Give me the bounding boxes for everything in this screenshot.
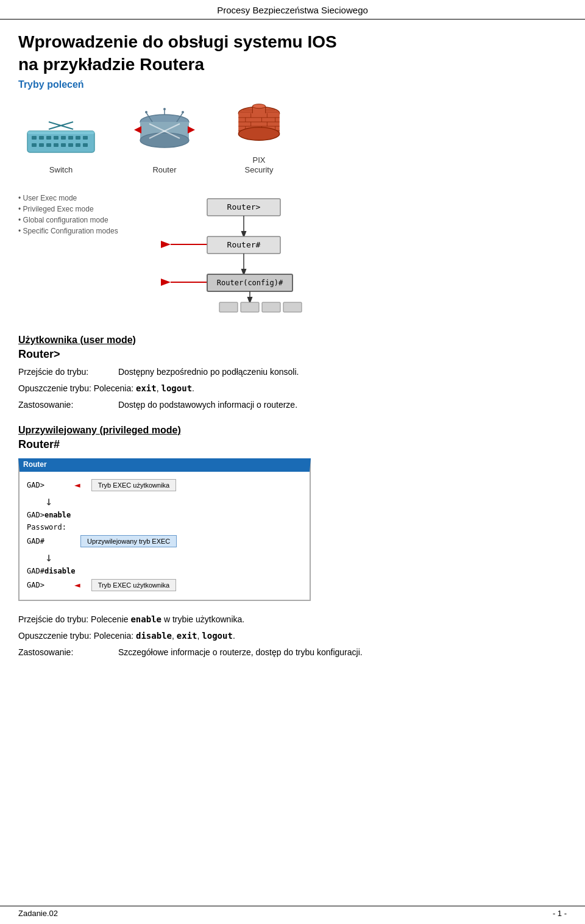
privileged-body: Przejście do trybu: Polecenie enable w t… (18, 613, 567, 659)
svg-point-22 (140, 133, 189, 147)
svg-rect-0 (27, 131, 94, 152)
router-box-row-6: GAD> ◄ Tryb EXEC użytkownika (27, 578, 302, 592)
mode-item: Privileged Exec mode (18, 204, 140, 215)
switch-icon (24, 119, 98, 162)
privileged-przejscie-suffix: w trybie użytkownika. (164, 614, 244, 624)
modes-diagram: User Exec mode Privileged Exec mode Glob… (18, 193, 567, 316)
badge-user-exec-1: Tryb EXEC użytkownika (91, 479, 177, 491)
svg-rect-4 (54, 136, 58, 140)
badge-privileged-exec: Uprzywilejowany tryb EXEC (80, 535, 177, 547)
router-icon (134, 107, 195, 162)
prompts-diagram: Router> Router# Router(config)# (158, 193, 353, 316)
privileged-prompt: Router# (18, 438, 567, 451)
przejscie-para: Przejście do trybu: Dostępny bezpośredni… (18, 366, 567, 378)
svg-rect-16 (83, 143, 88, 147)
arrow-down-container-1: ↓ (27, 494, 302, 508)
svg-rect-69 (219, 302, 238, 312)
footer-right: - 1 - (553, 909, 567, 918)
prompts-svg: Router> Router# Router(config)# (158, 193, 353, 315)
logout-cmd: logout (161, 383, 193, 393)
router-box-row-2: GAD>enable (27, 510, 302, 521)
svg-rect-11 (46, 143, 51, 147)
device-pix: PIXSecurity (232, 102, 286, 174)
router-box-row-3: Password: (27, 522, 302, 533)
arrow-left-1: ◄ (74, 479, 80, 491)
svg-rect-10 (39, 143, 44, 147)
svg-rect-72 (283, 302, 302, 312)
svg-rect-5 (61, 136, 66, 140)
section-label: Tryby poleceń (18, 79, 567, 90)
router-box-row-5: GAD#disable (27, 566, 302, 577)
privileged-title-underline: Uprzywilejowany (18, 425, 97, 435)
router-box-inner: GAD> ◄ Tryb EXEC użytkownika ↓ GAD>enabl… (27, 478, 302, 592)
mode-item: Specific Configuration modes (18, 226, 140, 236)
main-content: Wprowadzenie do obsługi systemu IOS na p… (0, 26, 585, 687)
page-header: Procesy Bezpieczeństwa Sieciowego (0, 0, 585, 20)
svg-point-32 (182, 111, 184, 113)
router-box-title: Router (23, 460, 47, 469)
switch-label: Switch (49, 165, 73, 174)
pix-icon (232, 102, 286, 151)
svg-rect-7 (76, 136, 80, 140)
svg-rect-6 (68, 136, 73, 140)
arrow-down-container-2: ↓ (27, 550, 302, 564)
svg-rect-8 (83, 136, 88, 140)
svg-point-57 (252, 104, 265, 108)
zastosowanie-label: Zastosowanie: (18, 399, 116, 411)
svg-rect-70 (241, 302, 259, 312)
priv-disable-cmd: disable (136, 631, 172, 641)
svg-rect-14 (68, 143, 73, 147)
privileged-title: Uprzywilejowany (privileged mode) (18, 425, 567, 436)
privileged-zastosowanie-text: Szczegółowe informacje o routerze, dostę… (118, 647, 363, 657)
gad-enable: GAD>enable (27, 511, 71, 519)
svg-point-30 (145, 111, 147, 113)
przejscie-label: Przejście do trybu: (18, 366, 116, 378)
privileged-zastosowanie-para: Zastosowanie: Szczegółowe informacje o r… (18, 646, 567, 659)
svg-text:Router#: Router# (227, 240, 261, 249)
password-prompt: Password: (27, 523, 100, 531)
modes-list: User Exec mode Privileged Exec mode Glob… (18, 193, 140, 236)
svg-rect-13 (61, 143, 66, 147)
privileged-przejscie-para: Przejście do trybu: Polecenie enable w t… (18, 613, 567, 626)
device-router: Router (134, 107, 195, 174)
zastosowanie-text: Dostęp do podstawowych informacji o rout… (118, 400, 297, 410)
router-box-row-4: GAD# Uprzywilejowany tryb EXEC (27, 534, 302, 549)
privileged-zastosowanie-label: Zastosowanie: (18, 646, 116, 659)
opuszczenie-para: Opuszczenie trybu: Polecenia: exit, logo… (18, 382, 567, 395)
footer-left: Zadanie.02 (18, 909, 58, 918)
priv-logout-cmd: logout (202, 631, 233, 641)
page-footer: Zadanie.02 - 1 - (0, 906, 585, 918)
svg-rect-12 (54, 143, 58, 147)
main-title-line1: Wprowadzenie do obsługi systemu IOS (18, 32, 567, 52)
arrow-down-2: ↓ (45, 550, 52, 564)
user-exec-prompt: Router> (18, 348, 567, 361)
svg-point-52 (238, 127, 280, 140)
svg-rect-71 (262, 302, 280, 312)
svg-rect-9 (32, 143, 37, 147)
router-box-row-1: GAD> ◄ Tryb EXEC użytkownika (27, 478, 302, 492)
svg-point-31 (163, 108, 166, 110)
pix-label: PIXSecurity (245, 155, 274, 174)
arrow-down-1: ↓ (45, 494, 52, 508)
zastosowanie-para: Zastosowanie: Dostęp do podstawowych inf… (18, 399, 567, 411)
header-title: Procesy Bezpieczeństwa Sieciowego (217, 5, 368, 15)
devices-row: Switch Rout (24, 102, 567, 174)
badge-user-exec-2: Tryb EXEC użytkownika (91, 579, 177, 591)
svg-marker-26 (188, 126, 195, 133)
user-exec-section: Użytkownika (user mode) Router> Przejści… (18, 335, 567, 411)
priv-exit-cmd: exit (177, 631, 197, 641)
svg-rect-3 (46, 136, 51, 140)
user-exec-body: Przejście do trybu: Dostępny bezpośredni… (18, 366, 567, 411)
user-exec-mode-suffix: (user mode) (80, 335, 136, 345)
privileged-enable-cmd: enable (130, 614, 161, 624)
svg-rect-1 (32, 136, 37, 140)
gad-hash: GAD# (27, 537, 69, 546)
privileged-section: Uprzywilejowany (privileged mode) Router… (18, 425, 567, 659)
opuszczenie-commands: exit (136, 383, 157, 393)
router-box: Router GAD> ◄ Tryb EXEC użytkownika ↓ GA… (18, 458, 311, 601)
mode-item: Global configuration mode (18, 215, 140, 226)
svg-text:Router>: Router> (227, 202, 261, 211)
gad-prompt-1: GAD> (27, 481, 69, 489)
router-label: Router (152, 165, 176, 174)
privileged-przejscie-label: Przejście do trybu: Polecenie (18, 614, 130, 624)
